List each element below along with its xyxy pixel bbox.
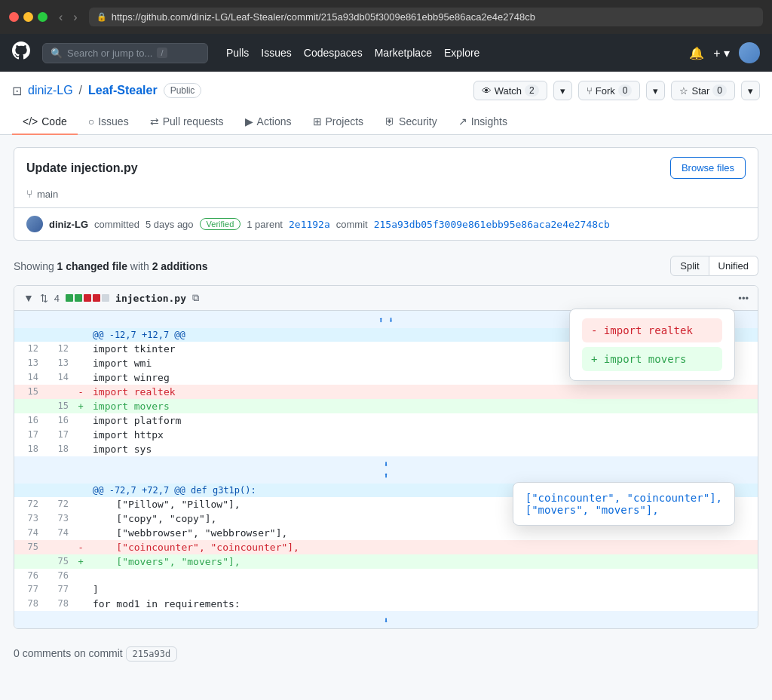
repo-name[interactable]: Leaf-Stealer [88, 84, 158, 97]
diff-menu-button[interactable]: ••• [738, 293, 749, 304]
line-left-74: 74 [14, 526, 44, 540]
line-marker-74 [75, 526, 87, 540]
url-bar[interactable]: 🔒 https://github.com/diniz-LG/Leaf-Steal… [89, 8, 763, 26]
diff-line-17: 17 17 import httpx [14, 428, 758, 442]
showing-text: Showing [14, 260, 54, 272]
commit-author[interactable]: diniz-LG [49, 219, 88, 230]
code-icon: </> [23, 115, 38, 127]
user-avatar[interactable] [739, 42, 760, 63]
star-button[interactable]: ☆ Star 0 [671, 81, 735, 100]
comments-section: 0 comments on commit 215a93d [14, 641, 758, 665]
diff-line-75-removed: 75 - ["coincounter", "coincounter"], [14, 540, 758, 554]
diff-file-block: ▼ ⇅ 4 injection.py ⧉ ••• - import realte… [14, 285, 758, 629]
fork-count: 0 [618, 84, 633, 97]
changed-files-count: 1 changed file [57, 260, 127, 272]
lock-icon: 🔒 [96, 12, 107, 22]
expand-collapse-icon[interactable]: ⇅ [40, 293, 48, 304]
comments-text: 0 comments on commit [14, 647, 126, 659]
nav-explore[interactable]: Explore [444, 47, 479, 59]
watch-button[interactable]: 👁 Watch 2 [473, 81, 547, 100]
repo-owner[interactable]: diniz-LG [28, 84, 73, 97]
tab-pulls[interactable]: ⇄ Pull requests [139, 109, 234, 135]
diff-line-74: 74 74 ["webbrowser", "webbrowser"], [14, 526, 758, 540]
added-square [66, 294, 73, 302]
expand-up-icon-2[interactable]: ⬆ [384, 471, 389, 480]
commit-meta-row: diniz-LG committed 5 days ago Verified 1… [14, 207, 758, 240]
browse-files-button[interactable]: Browse files [670, 157, 746, 179]
notifications-button[interactable]: 🔔 [689, 46, 704, 60]
line-code-16: import platform [87, 413, 758, 428]
removed-square-2 [93, 294, 100, 302]
line-code-17: import httpx [87, 428, 758, 442]
line-left-78: 78 [14, 597, 44, 611]
line-code-75-add: ["movers", "movers"], [87, 554, 758, 569]
nav-issues[interactable]: Issues [261, 47, 291, 59]
popup-added-line: + import movers [582, 347, 722, 371]
minimize-button[interactable] [23, 12, 33, 22]
commit-author-avatar [26, 216, 43, 232]
line-left-75-add [14, 554, 44, 569]
line-marker-16 [75, 413, 87, 428]
back-button[interactable]: ‹ [55, 9, 66, 26]
line-marker-17 [75, 428, 87, 442]
line-marker-14 [75, 370, 87, 385]
tab-actions-label: Actions [257, 115, 292, 127]
actions-play-icon: ▶ [245, 115, 253, 127]
commit-header: Update injection.py Browse files [14, 148, 758, 188]
tab-pulls-label: Pull requests [163, 115, 224, 127]
close-button[interactable] [9, 12, 19, 22]
maximize-button[interactable] [38, 12, 47, 22]
watch-label: Watch [495, 85, 522, 97]
nav-codespaces[interactable]: Codespaces [304, 47, 363, 59]
tab-projects[interactable]: ⊞ Projects [302, 109, 375, 135]
diff-line-16: 16 16 import platform [14, 413, 758, 428]
line-code-15-rem: import realtek [87, 385, 758, 399]
nav-marketplace[interactable]: Marketplace [375, 47, 432, 59]
tab-issues[interactable]: ○ Issues [78, 109, 139, 135]
expand-up-icon[interactable]: ⬆ ⬇ [378, 315, 394, 325]
line-marker-78 [75, 597, 87, 611]
line-right-78: 78 [44, 597, 75, 611]
line-right-14: 14 [44, 370, 75, 385]
expand-down-icon[interactable]: ⬇ [384, 459, 389, 469]
tab-code[interactable]: </> Code [12, 109, 78, 135]
search-placeholder: Search or jump to... [67, 48, 152, 59]
tab-actions[interactable]: ▶ Actions [234, 109, 302, 135]
fork-button[interactable]: ⑂ Fork 0 [578, 81, 641, 100]
diff-file-header: ▼ ⇅ 4 injection.py ⧉ ••• [14, 286, 758, 311]
tab-security[interactable]: ⛨ Security [374, 109, 448, 135]
popup-removed-line: - import realtek [582, 318, 722, 342]
star-count: 0 [712, 84, 727, 97]
new-button[interactable]: + ▾ [713, 46, 730, 60]
watch-count: 2 [525, 84, 539, 97]
line-code-15-add: import movers [87, 399, 758, 413]
unified-view-button[interactable]: Unified [709, 256, 758, 276]
split-view-button[interactable]: Split [670, 256, 709, 276]
line-code-74: ["webbrowser", "webbrowser"], [87, 526, 758, 540]
fork-label: Fork [596, 85, 615, 97]
popup2-line1: ["coincounter", "coincounter"], [525, 492, 722, 504]
line-left-72: 72 [14, 497, 44, 511]
watch-dropdown[interactable]: ▾ [553, 81, 572, 100]
star-dropdown[interactable]: ▾ [741, 81, 760, 100]
parent-hash[interactable]: 2e1192a [289, 219, 330, 230]
fork-dropdown[interactable]: ▾ [646, 81, 665, 100]
nav-pulls[interactable]: Pulls [226, 47, 249, 59]
github-logo[interactable] [12, 41, 30, 64]
expand-bottom-icon[interactable]: ⬇ [384, 616, 389, 625]
diff-file-name: injection.py [115, 293, 186, 304]
github-header: 🔍 Search or jump to... / Pulls Issues Co… [0, 34, 772, 72]
line-right-17: 17 [44, 428, 75, 442]
copy-icon[interactable]: ⧉ [192, 292, 199, 304]
diff-line-76: 76 76 [14, 569, 758, 582]
line-right-15-rem [44, 385, 75, 399]
tab-security-label: Security [399, 115, 437, 127]
forward-button[interactable]: › [69, 9, 81, 26]
tab-insights[interactable]: ↗ Insights [448, 109, 518, 135]
search-bar[interactable]: 🔍 Search or jump to... / [42, 43, 208, 63]
file-changes-count: 4 [54, 293, 60, 304]
line-right-13: 13 [44, 356, 75, 370]
verified-badge[interactable]: Verified [200, 218, 241, 230]
collapse-button[interactable]: ▼ [23, 292, 34, 304]
comments-count-text: 0 comments on commit [14, 647, 123, 659]
